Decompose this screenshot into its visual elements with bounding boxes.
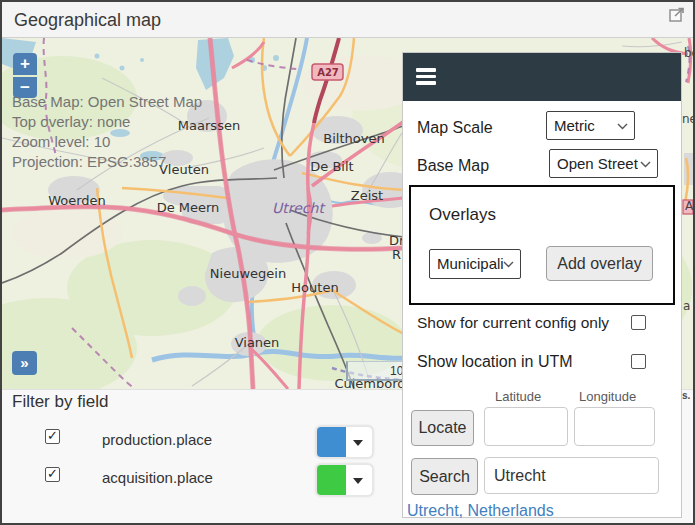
show-utm-checkbox[interactable] — [631, 354, 646, 369]
filter-row-label: acquisition.place — [102, 469, 213, 486]
map-place-label: a — [683, 299, 690, 313]
map-place-label: Houten — [291, 280, 338, 295]
base-map-select[interactable]: Open Street — [549, 149, 658, 178]
dropdown-caret-icon — [353, 478, 363, 484]
overlays-title: Overlays — [429, 205, 496, 225]
latitude-input[interactable] — [484, 407, 568, 446]
map-place-label: De Bilt — [310, 159, 353, 174]
chevron-down-icon — [640, 161, 651, 168]
search-button[interactable]: Search — [411, 458, 478, 495]
longitude-input[interactable] — [574, 407, 655, 446]
show-utm-label: Show location in UTM — [417, 353, 573, 371]
search-result-link[interactable]: Utrecht, Netherlands — [407, 502, 554, 520]
map-place-label: Vianen — [235, 335, 280, 350]
latitude-label: Latitude — [495, 389, 541, 404]
chevron-down-icon — [617, 123, 628, 130]
page-title: Geographical map — [14, 10, 161, 31]
zoom-in-button[interactable]: + — [13, 53, 37, 75]
color-picker-acquisition-place[interactable] — [316, 464, 373, 496]
base-map-label: Base Map — [417, 157, 489, 175]
map-info-overlay: Base Map: Open Street Map Top overlay: n… — [12, 92, 202, 172]
color-swatch-blue — [317, 427, 346, 457]
hamburger-menu-icon[interactable] — [416, 68, 436, 85]
chevron-down-icon — [503, 261, 514, 268]
map-scale-label: Map Scale — [417, 119, 493, 137]
filter-checkbox-production-place[interactable] — [45, 429, 60, 444]
map-place-label: Bilthoven — [323, 131, 384, 146]
map-place-label: Zeist — [351, 188, 383, 203]
svg-text:A27: A27 — [317, 67, 339, 78]
map-info-zoomlevel: Zoom level: 10 — [12, 132, 202, 152]
open-external-icon[interactable] — [668, 6, 686, 24]
geographical-map-widget: Geographical map — [0, 0, 695, 525]
road-badge-a27: A27 — [312, 64, 343, 80]
map-place-label: Utrecht — [272, 200, 326, 216]
dropdown-caret-icon — [353, 440, 363, 446]
show-current-config-checkbox[interactable] — [631, 315, 646, 330]
color-swatch-green — [317, 465, 346, 495]
map-place-label: Woerden — [48, 193, 106, 208]
filter-checkbox-acquisition-place[interactable] — [45, 467, 60, 482]
overlay-select[interactable]: Municipali — [429, 249, 521, 279]
show-current-config-label: Show for current config only — [417, 314, 609, 332]
map-scale-select[interactable]: Metric — [546, 111, 635, 140]
map-info-projection: Projection: EPSG:3857 — [12, 152, 202, 172]
map-place-label: bo — [684, 46, 693, 60]
map-place-label: Nieuwegein — [210, 266, 286, 281]
map-place-label: R — [392, 247, 401, 262]
search-input[interactable] — [484, 457, 659, 494]
title-bar: Geographical map — [2, 2, 693, 38]
color-picker-production-place[interactable] — [316, 426, 373, 458]
add-overlay-button[interactable]: Add overlay — [546, 246, 653, 281]
map-info-basemap: Base Map: Open Street Map — [12, 92, 202, 112]
map-place-label: De Meern — [157, 200, 220, 215]
filter-row-label: production.place — [102, 431, 212, 448]
collapse-panel-button[interactable]: » — [12, 351, 37, 375]
map-settings-panel: Map Scale Metric Base Map Open Street Ov… — [402, 52, 682, 518]
map-info-overlay-line: Top overlay: none — [12, 112, 202, 132]
map-place-label: ne — [682, 112, 693, 126]
attribution-fragment: s. — [682, 390, 690, 401]
locate-button[interactable]: Locate — [411, 410, 474, 446]
map-place-label: A — [685, 199, 693, 213]
panel-header — [403, 53, 681, 101]
filter-section-title: Filter by field — [12, 392, 108, 412]
overlays-group: Overlays Municipali Add overlay — [409, 185, 675, 305]
longitude-label: Longitude — [579, 389, 636, 404]
